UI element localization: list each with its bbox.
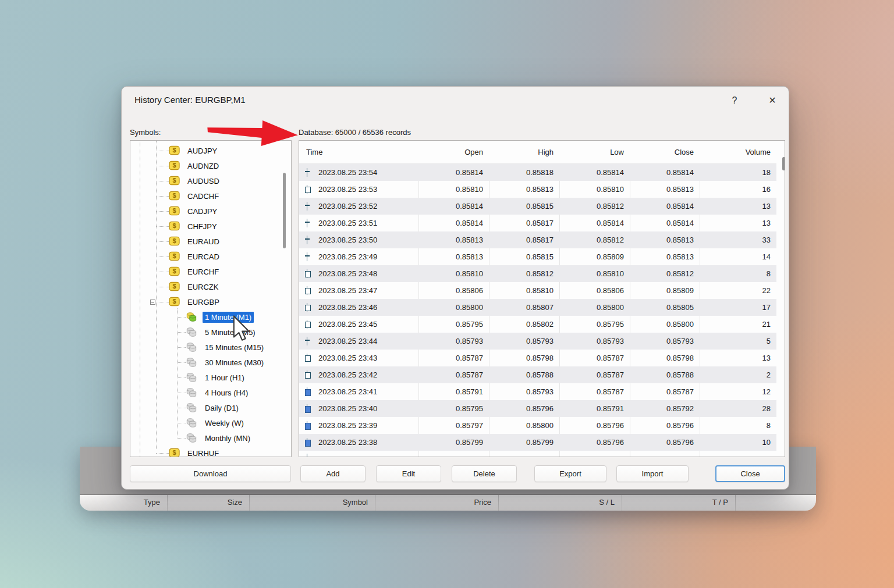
- cell-open: 0.85806: [418, 282, 489, 299]
- cell-volume: 28: [700, 400, 776, 417]
- history-row[interactable]: 2023.08.25 23:53 0.85810 0.85813 0.85810…: [299, 181, 776, 198]
- tree-timeframe-item[interactable]: Monthly (MN): [130, 430, 288, 446]
- history-row[interactable]: 2023.08.25 23:48 0.85810 0.85812 0.85810…: [299, 265, 776, 282]
- cell-open: 0.85810: [418, 265, 489, 282]
- cell-open: 0.85814: [418, 164, 489, 181]
- col-header-low[interactable]: Low: [559, 141, 630, 164]
- history-row[interactable]: 2023.08.25 23:42 0.85787 0.85788 0.85787…: [299, 366, 776, 383]
- tree-symbol-item[interactable]: $ AUDUSD: [130, 173, 288, 188]
- history-row[interactable]: 2023.08.25 23:44 0.85793 0.85793 0.85793…: [299, 333, 776, 350]
- history-row[interactable]: 2023.08.25 23:47 0.85806 0.85810 0.85806…: [299, 282, 776, 299]
- collapse-minus-icon[interactable]: [150, 300, 155, 305]
- delete-button[interactable]: Delete: [452, 465, 517, 482]
- terminal-col-type[interactable]: Type: [80, 495, 168, 511]
- tree-timeframe-item[interactable]: Weekly (W): [130, 415, 288, 430]
- tree-symbol-item[interactable]: $ EURCAD: [130, 249, 288, 264]
- close-icon[interactable]: ✕: [762, 92, 782, 109]
- grid-scrollbar-thumb[interactable]: [782, 157, 785, 170]
- svg-text:$: $: [172, 192, 176, 199]
- red-arrow-annotation: [204, 116, 303, 151]
- cell-time: 2023.08.25 23:46: [299, 299, 418, 316]
- history-row[interactable]: 2023.08.25 23:46 0.85800 0.85807 0.85800…: [299, 299, 776, 316]
- tree-timeframe-item[interactable]: 5 Minutes (M5): [130, 325, 288, 340]
- tree-connector: [156, 256, 169, 257]
- tree-symbol-item[interactable]: $ EURAUD: [130, 234, 288, 249]
- tree-timeframe-item[interactable]: 30 Minutes (M30): [130, 355, 288, 370]
- download-button[interactable]: Download: [130, 465, 291, 482]
- history-row[interactable]: 2023.08.25 23:41 0.85791 0.85793 0.85787…: [299, 383, 776, 400]
- cell-open: 0.85799: [418, 434, 489, 451]
- cell-open: 0.85813: [418, 231, 489, 248]
- svg-text:$: $: [172, 237, 176, 244]
- tree-timeframe-item[interactable]: Daily (D1): [130, 400, 288, 415]
- terminal-col-price[interactable]: Price: [375, 495, 499, 511]
- tree-symbol-item-partial[interactable]: $ EURHUF: [130, 446, 288, 457]
- add-button[interactable]: Add: [300, 465, 366, 482]
- dialog-titlebar[interactable]: History Center: EURGBP,M1 ? ✕: [122, 87, 789, 115]
- cell-close: 0.85792: [630, 400, 700, 417]
- col-header-open[interactable]: Open: [418, 141, 489, 164]
- cell-time: 2023.08.25 23:54: [299, 164, 418, 181]
- tree-scrollbar-thumb[interactable]: [283, 173, 286, 248]
- history-row[interactable]: 2023.08.25 23:49 0.85813 0.85815 0.85809…: [299, 248, 776, 265]
- tree-symbol-item[interactable]: $ EURCZK: [130, 279, 288, 294]
- terminal-col-size[interactable]: Size: [168, 495, 250, 511]
- col-header-volume[interactable]: Volume: [700, 141, 776, 164]
- tree-symbol-item[interactable]: $ AUDNZD: [130, 158, 288, 173]
- timeframe-name: Weekly (W): [203, 418, 246, 429]
- export-button[interactable]: Export: [534, 465, 606, 482]
- tree-timeframe-item[interactable]: 4 Hours (H4): [130, 385, 288, 400]
- tree-timeframe-item[interactable]: 15 Minutes (M15): [130, 340, 288, 355]
- tree-symbol-item[interactable]: $ CADJPY: [130, 204, 288, 219]
- currency-pair-icon: $: [169, 221, 180, 231]
- symbol-name: EURCZK: [187, 283, 218, 291]
- history-row[interactable]: 2023.08.25 23:39 0.85797 0.85800 0.85796…: [299, 417, 776, 434]
- database-stack-icon: [186, 372, 197, 383]
- tree-symbol-item[interactable]: $ CHFJPY: [130, 219, 288, 234]
- terminal-col-tp[interactable]: T / P: [622, 495, 736, 511]
- history-row[interactable]: 2023.08.25 23:52 0.85814 0.85815 0.85812…: [299, 198, 776, 215]
- terminal-col-sl[interactable]: S / L: [499, 495, 622, 511]
- history-row[interactable]: 2023.08.25 23:50 0.85813 0.85817 0.85812…: [299, 231, 776, 248]
- cell-high: 0.85796: [489, 400, 559, 417]
- tree-connector: [177, 332, 186, 333]
- cell-high: 0.85810: [489, 282, 559, 299]
- cell-high: 0.85815: [489, 198, 559, 215]
- history-row[interactable]: 2023.08.25 23:40 0.85795 0.85796 0.85791…: [299, 400, 776, 417]
- import-button[interactable]: Import: [616, 465, 689, 482]
- col-header-close[interactable]: Close: [630, 141, 700, 164]
- symbol-name: EURCHF: [187, 268, 219, 276]
- tree-symbol-item[interactable]: $ CADCHF: [130, 188, 288, 204]
- history-row[interactable]: 2023.08.25 23:38 0.85799 0.85799 0.85796…: [299, 434, 776, 451]
- tree-connector: [158, 302, 169, 302]
- tree-connector: [177, 362, 186, 363]
- help-icon[interactable]: ?: [725, 92, 744, 109]
- cell-low: 0.85787: [559, 366, 630, 383]
- close-button[interactable]: Close: [715, 465, 785, 482]
- tree-connector: [156, 453, 169, 454]
- col-header-time[interactable]: Time: [299, 141, 418, 164]
- history-row[interactable]: 2023.08.25 23:45 0.85795 0.85802 0.85795…: [299, 316, 776, 333]
- cell-low: 0.85812: [559, 231, 630, 248]
- col-header-high[interactable]: High: [489, 141, 559, 164]
- database-stack-icon: [186, 312, 197, 322]
- tree-symbol-item-expanded[interactable]: $ EURGBP: [130, 294, 288, 309]
- tree-symbol-item[interactable]: $ EURCHF: [130, 264, 288, 279]
- tree-timeframe-item[interactable]: 1 Hour (H1): [130, 370, 288, 385]
- terminal-col-symbol[interactable]: Symbol: [250, 495, 375, 511]
- cell-volume: 8: [700, 265, 776, 282]
- svg-text:$: $: [172, 147, 176, 154]
- cell-open: 0.85795: [418, 400, 489, 417]
- grid-scrollbar-track[interactable]: [776, 141, 785, 457]
- cell-volume: 10: [700, 434, 776, 451]
- cell-high: 0.85817: [489, 215, 559, 231]
- cell-low: 0.85809: [559, 248, 630, 265]
- cell-close: 0.85813: [630, 231, 700, 248]
- tree-timeframe-item[interactable]: 1 Minute (M1): [130, 309, 288, 325]
- cell-open: 0.85810: [418, 181, 489, 198]
- history-row[interactable]: 2023.08.25 23:51 0.85814 0.85817 0.85814…: [299, 215, 776, 231]
- dialog-title: History Center: EURGBP,M1: [134, 95, 246, 105]
- history-row[interactable]: 2023.08.25 23:43 0.85787 0.85798 0.85787…: [299, 350, 776, 366]
- edit-button[interactable]: Edit: [376, 465, 441, 482]
- history-row[interactable]: 2023.08.25 23:54 0.85814 0.85818 0.85814…: [299, 164, 776, 181]
